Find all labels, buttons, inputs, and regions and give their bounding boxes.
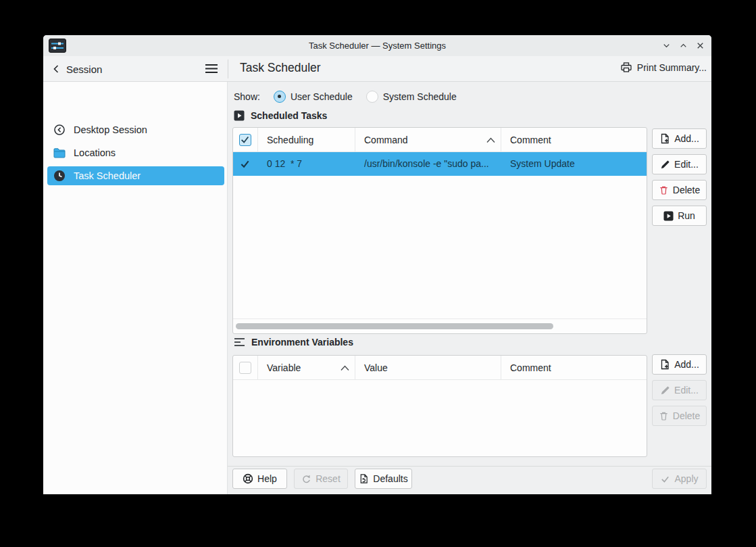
- defaults-label: Defaults: [373, 473, 407, 484]
- app-window: Task Scheduler — System Settings Session: [43, 35, 711, 494]
- undo-arrow-icon: [301, 474, 311, 484]
- cell-command: /usr/bin/konsole -e "sudo pa...: [364, 152, 499, 176]
- page-title: Task Scheduler: [240, 61, 321, 75]
- env-select-all-checkbox[interactable]: [239, 362, 251, 374]
- pencil-icon: [660, 385, 670, 396]
- sidebar-item-label: Locations: [74, 147, 116, 158]
- reset-label: Reset: [316, 473, 341, 484]
- defaults-document-icon: [359, 473, 369, 484]
- clock-icon: [53, 170, 66, 182]
- add-document-icon: [659, 133, 670, 144]
- column-header-command[interactable]: Command: [364, 128, 408, 152]
- pencil-icon: [660, 160, 670, 170]
- trash-icon: [659, 185, 669, 195]
- print-summary-button[interactable]: Print Summary...: [620, 62, 707, 73]
- maximize-icon[interactable]: [678, 40, 689, 51]
- help-lifebuoy-icon: [243, 473, 253, 484]
- env-edit-label: Edit...: [674, 385, 699, 396]
- radio-unselected-icon: [366, 91, 378, 103]
- task-delete-label: Delete: [673, 185, 700, 195]
- sort-ascending-icon: [340, 364, 350, 371]
- cell-scheduling: 0 12 * 7: [267, 152, 353, 176]
- window-controls: [661, 40, 706, 51]
- defaults-button[interactable]: Defaults: [355, 469, 412, 489]
- column-header-comment[interactable]: Comment: [510, 128, 551, 152]
- window-title: Task Scheduler — System Settings: [43, 35, 711, 56]
- task-run-button[interactable]: Run: [652, 206, 707, 226]
- sidebar-item-task-scheduler[interactable]: Task Scheduler: [47, 166, 224, 185]
- scheduled-tasks-title: Scheduled Tasks: [251, 110, 327, 121]
- scrollbar-thumb[interactable]: [236, 323, 553, 329]
- back-button[interactable]: Session: [51, 60, 102, 78]
- environment-variables-table-header: Variable Value Comment: [233, 356, 647, 380]
- checkmark-icon: [660, 474, 670, 484]
- minimize-icon[interactable]: [661, 40, 672, 51]
- task-edit-button[interactable]: Edit...: [652, 154, 707, 174]
- env-delete-label: Delete: [673, 410, 700, 421]
- apply-button: Apply: [652, 469, 707, 489]
- help-label: Help: [257, 473, 277, 484]
- column-header-comment[interactable]: Comment: [510, 356, 551, 380]
- task-row[interactable]: 0 12 * 7 /usr/bin/konsole -e "sudo pa...…: [233, 152, 647, 176]
- menu-icon[interactable]: [205, 63, 218, 74]
- column-header-scheduling[interactable]: Scheduling: [267, 128, 313, 152]
- add-document-icon: [659, 359, 670, 370]
- apply-label: Apply: [674, 473, 698, 484]
- chevron-left-icon: [51, 64, 61, 74]
- environment-variables-table: Variable Value Comment: [232, 355, 647, 457]
- print-summary-label: Print Summary...: [637, 62, 707, 73]
- column-header-variable[interactable]: Variable: [267, 356, 301, 380]
- env-add-label: Add...: [674, 359, 699, 370]
- row-checked-icon: [240, 159, 250, 169]
- horizontal-scrollbar: [233, 318, 647, 333]
- sidebar-item-locations[interactable]: Locations: [47, 143, 224, 162]
- trash-icon: [659, 410, 669, 421]
- sort-ascending-icon: [486, 137, 496, 143]
- printer-icon: [620, 62, 632, 73]
- sidebar: Desktop Session Locations Task Scheduler: [43, 82, 228, 494]
- radio-selected-icon: [274, 91, 286, 103]
- sidebar-item-desktop-session[interactable]: Desktop Session: [47, 120, 224, 139]
- scheduled-tasks-icon: [234, 110, 245, 121]
- task-delete-button[interactable]: Delete: [652, 180, 707, 200]
- main-panel: Show: User Schedule System Schedule Sche…: [228, 82, 711, 494]
- radio-user-schedule-label: User Schedule: [291, 91, 353, 102]
- list-lines-icon: [234, 337, 245, 348]
- session-icon: [53, 124, 66, 136]
- environment-variables-title: Environment Variables: [251, 337, 353, 348]
- help-button[interactable]: Help: [232, 469, 287, 489]
- radio-user-schedule[interactable]: User Schedule: [274, 91, 353, 103]
- column-header-value[interactable]: Value: [364, 356, 388, 380]
- close-icon[interactable]: [695, 40, 706, 51]
- scheduled-tasks-table: Scheduling Command Comment 0 12 * 7 /usr…: [232, 127, 647, 334]
- titlebar: Task Scheduler — System Settings: [43, 35, 711, 56]
- env-add-button[interactable]: Add...: [652, 354, 707, 375]
- select-all-checkbox[interactable]: [239, 134, 251, 146]
- task-run-label: Run: [678, 210, 695, 221]
- env-edit-button: Edit...: [652, 380, 707, 400]
- environment-variables-header: Environment Variables: [234, 337, 353, 348]
- radio-system-schedule[interactable]: System Schedule: [366, 91, 457, 103]
- header: Session Task Scheduler Print Summary...: [43, 56, 711, 82]
- task-edit-label: Edit...: [674, 159, 699, 170]
- show-row: Show: User Schedule System Schedule: [234, 89, 457, 104]
- back-label: Session: [66, 64, 102, 75]
- task-add-label: Add...: [674, 133, 699, 144]
- sidebar-item-label: Task Scheduler: [74, 170, 141, 181]
- folder-icon: [53, 147, 66, 158]
- task-add-button[interactable]: Add...: [652, 128, 707, 149]
- env-delete-button: Delete: [652, 406, 707, 426]
- show-label: Show:: [234, 91, 260, 102]
- run-play-icon: [663, 211, 674, 221]
- radio-system-schedule-label: System Schedule: [383, 91, 457, 102]
- footer-separator: [228, 466, 711, 467]
- scheduled-tasks-table-header: Scheduling Command Comment: [233, 128, 647, 152]
- scheduled-tasks-header: Scheduled Tasks: [234, 110, 327, 121]
- cell-comment: System Update: [510, 152, 645, 176]
- sidebar-item-label: Desktop Session: [74, 124, 147, 135]
- header-separator: [228, 60, 228, 78]
- reset-button: Reset: [294, 469, 348, 489]
